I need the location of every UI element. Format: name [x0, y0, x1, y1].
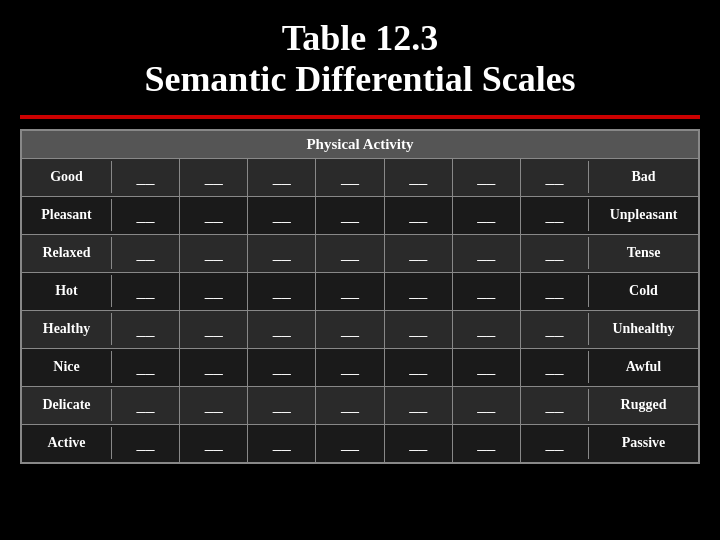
red-divider [20, 115, 700, 119]
table-body: Good______________BadPleasant___________… [22, 159, 698, 462]
blank-cell: __ [112, 159, 180, 196]
blank-cell: __ [180, 349, 248, 386]
blank-cell: __ [316, 235, 384, 272]
table-header: Physical Activity [22, 131, 698, 159]
blank-cell: __ [316, 425, 384, 462]
blank-cell: __ [521, 197, 588, 234]
blank-cell: __ [521, 159, 588, 196]
blank-cell: __ [385, 349, 453, 386]
blank-cell: __ [248, 273, 316, 310]
blank-cell: __ [112, 273, 180, 310]
blank-cell: __ [248, 311, 316, 348]
row-label-left: Good [22, 161, 112, 193]
blank-cell: __ [180, 425, 248, 462]
blank-cell: __ [453, 197, 521, 234]
blank-cell: __ [521, 387, 588, 424]
blank-cell: __ [112, 425, 180, 462]
blank-cells: ______________ [112, 387, 588, 424]
blank-cell: __ [385, 273, 453, 310]
row-label-right: Unhealthy [588, 313, 698, 345]
blank-cell: __ [180, 235, 248, 272]
blank-cell: __ [112, 235, 180, 272]
blank-cell: __ [453, 387, 521, 424]
blank-cell: __ [180, 387, 248, 424]
blank-cells: ______________ [112, 159, 588, 196]
blank-cell: __ [316, 159, 384, 196]
row-label-left: Delicate [22, 389, 112, 421]
row-label-right: Cold [588, 275, 698, 307]
blank-cell: __ [112, 387, 180, 424]
blank-cell: __ [316, 387, 384, 424]
row-label-left: Nice [22, 351, 112, 383]
title-section: Table 12.3 Semantic Differential Scales [0, 0, 720, 107]
blank-cell: __ [521, 349, 588, 386]
blank-cell: __ [112, 311, 180, 348]
table-row: Hot______________Cold [22, 273, 698, 311]
blank-cell: __ [112, 197, 180, 234]
row-label-right: Bad [588, 161, 698, 193]
semantic-differential-table: Physical Activity Good______________BadP… [20, 129, 700, 464]
row-label-right: Unpleasant [588, 199, 698, 231]
blank-cell: __ [248, 425, 316, 462]
table-row: Pleasant______________Unpleasant [22, 197, 698, 235]
blank-cells: ______________ [112, 349, 588, 386]
blank-cell: __ [316, 349, 384, 386]
blank-cells: ______________ [112, 197, 588, 234]
blank-cell: __ [453, 159, 521, 196]
blank-cell: __ [316, 273, 384, 310]
blank-cells: ______________ [112, 235, 588, 272]
blank-cell: __ [385, 159, 453, 196]
row-label-right: Awful [588, 351, 698, 383]
blank-cell: __ [453, 349, 521, 386]
blank-cell: __ [385, 387, 453, 424]
blank-cell: __ [316, 197, 384, 234]
blank-cell: __ [180, 273, 248, 310]
row-label-right: Rugged [588, 389, 698, 421]
blank-cell: __ [248, 235, 316, 272]
table-row: Good______________Bad [22, 159, 698, 197]
blank-cell: __ [248, 387, 316, 424]
blank-cells: ______________ [112, 273, 588, 310]
blank-cell: __ [521, 425, 588, 462]
table-row: Active______________Passive [22, 425, 698, 462]
blank-cell: __ [316, 311, 384, 348]
blank-cell: __ [453, 235, 521, 272]
blank-cell: __ [385, 425, 453, 462]
blank-cell: __ [385, 197, 453, 234]
row-label-left: Active [22, 427, 112, 459]
row-label-left: Healthy [22, 313, 112, 345]
title-line1: Table 12.3 [0, 18, 720, 59]
table-row: Relaxed______________Tense [22, 235, 698, 273]
blank-cell: __ [453, 311, 521, 348]
row-label-left: Hot [22, 275, 112, 307]
row-label-left: Relaxed [22, 237, 112, 269]
row-label-right: Tense [588, 237, 698, 269]
blank-cell: __ [180, 159, 248, 196]
table-row: Nice______________Awful [22, 349, 698, 387]
blank-cell: __ [248, 349, 316, 386]
blank-cell: __ [521, 235, 588, 272]
blank-cell: __ [521, 311, 588, 348]
blank-cell: __ [385, 311, 453, 348]
table-row: Delicate______________Rugged [22, 387, 698, 425]
title-line2: Semantic Differential Scales [0, 59, 720, 100]
blank-cell: __ [521, 273, 588, 310]
row-label-left: Pleasant [22, 199, 112, 231]
table-row: Healthy______________Unhealthy [22, 311, 698, 349]
blank-cells: ______________ [112, 311, 588, 348]
blank-cell: __ [248, 159, 316, 196]
blank-cell: __ [180, 197, 248, 234]
blank-cells: ______________ [112, 425, 588, 462]
blank-cell: __ [180, 311, 248, 348]
blank-cell: __ [453, 273, 521, 310]
row-label-right: Passive [588, 427, 698, 459]
blank-cell: __ [453, 425, 521, 462]
blank-cell: __ [248, 197, 316, 234]
blank-cell: __ [385, 235, 453, 272]
blank-cell: __ [112, 349, 180, 386]
